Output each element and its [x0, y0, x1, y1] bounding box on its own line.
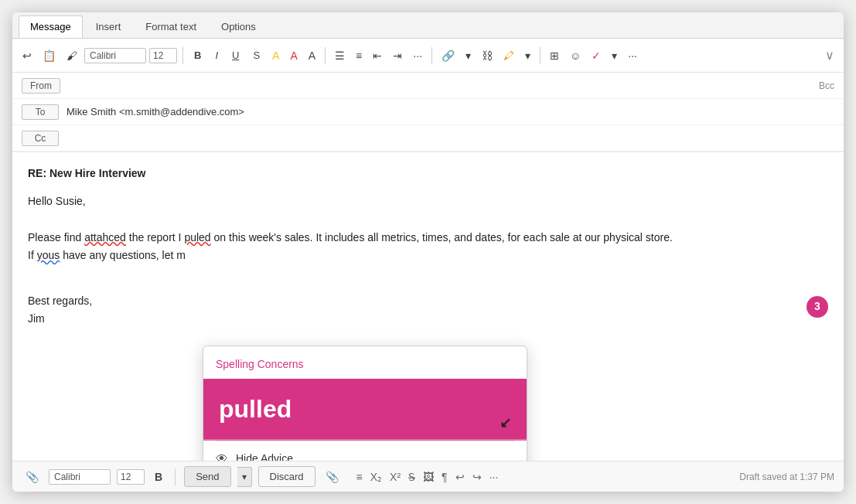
- discard-button[interactable]: Discard: [258, 466, 315, 487]
- underline-button[interactable]: U: [227, 46, 244, 64]
- list-ordered-icon[interactable]: ≡: [352, 47, 366, 64]
- indent-decrease-icon[interactable]: ⇤: [369, 47, 386, 64]
- link-icon[interactable]: 🔗: [438, 47, 459, 64]
- tab-options[interactable]: Options: [210, 15, 268, 38]
- highlight-button[interactable]: A: [268, 47, 283, 64]
- more-bottom-icon[interactable]: ···: [488, 469, 500, 485]
- highlight-color-icon[interactable]: 🖍: [500, 47, 518, 64]
- body-paragraph-2: If yous have any questions, let m: [28, 247, 828, 265]
- indent-increase-icon[interactable]: ⇥: [389, 47, 406, 64]
- tab-bar: Message Insert Format text Options: [12, 12, 844, 39]
- eye-icon: 👁: [216, 449, 228, 461]
- subject-line: RE: New Hire Interview: [28, 165, 828, 182]
- compose-body[interactable]: RE: New Hire Interview Hello Susie, Plea…: [12, 152, 844, 461]
- strikethrough-button[interactable]: S: [247, 46, 265, 64]
- draft-status: Draft saved at 1:37 PM: [739, 472, 834, 482]
- ribbon-expand-icon[interactable]: ∨: [822, 46, 837, 64]
- from-label: From: [22, 78, 60, 94]
- highlight-dropdown-icon[interactable]: ▾: [521, 47, 534, 64]
- from-field: From Bcc: [12, 73, 844, 99]
- show-format-icon[interactable]: ¶: [440, 469, 449, 485]
- format-painter-icon[interactable]: 🖌: [63, 47, 81, 64]
- cursor-icon: ↙: [500, 412, 511, 434]
- to-field: To Mike Smith <m.smith@addendive.com>: [12, 99, 844, 125]
- bottom-format-icons: ≡ X₂ X² S̶ 🖼 ¶ ↩ ↪ ···: [355, 469, 500, 485]
- separator-2: [325, 47, 326, 64]
- more-format-icon[interactable]: ···: [409, 47, 426, 64]
- bottom-font-selector[interactable]: Calibri: [49, 469, 111, 485]
- separator-1: [182, 47, 183, 64]
- spelling-popup: Spelling Concerns pulled ↙ 👁 Hide Advice…: [203, 346, 527, 461]
- unlink-icon[interactable]: ⛓: [478, 47, 496, 64]
- cc-label: Cc: [22, 131, 59, 146]
- tab-insert[interactable]: Insert: [84, 15, 133, 38]
- redo-bottom-icon[interactable]: ↪: [471, 469, 483, 485]
- bcc-label[interactable]: Bcc: [819, 80, 834, 91]
- ribbon-toolbar: ↩ 📋 🖌 Calibri 12 B I U S A A A ☰ ≡ ⇤ ⇥ ·…: [12, 39, 844, 73]
- hide-advice-button[interactable]: 👁 Hide Advice: [203, 441, 527, 461]
- greeting: Hello Susie,: [28, 192, 828, 211]
- spelling-suggestion[interactable]: pulled ↙: [203, 379, 527, 440]
- suggestion-word: pulled: [219, 395, 292, 423]
- bottom-toolbar: 📎 Calibri 12 B Send ▾ Discard 📎 ≡ X₂ X² …: [12, 461, 844, 492]
- email-compose-window: Message Insert Format text Options ↩ 📋 🖌…: [12, 12, 844, 492]
- compose-header: From Bcc To Mike Smith <m.smith@addendiv…: [12, 73, 844, 152]
- attachment-icon[interactable]: 📎: [322, 468, 343, 485]
- spelling-title: Spelling Concerns: [203, 346, 527, 379]
- to-value[interactable]: Mike Smith <m.smith@addendive.com>: [67, 106, 834, 117]
- align-icon[interactable]: ≡: [355, 469, 364, 485]
- signature: Jim: [28, 310, 828, 329]
- tab-message[interactable]: Message: [19, 15, 83, 38]
- font-size-selector[interactable]: 12: [149, 48, 177, 63]
- undo-bottom-icon[interactable]: ↩: [454, 469, 466, 485]
- misspelled-word-attahced: attahced: [84, 231, 126, 243]
- separator-3: [431, 47, 432, 64]
- emoji-icon[interactable]: ☺: [566, 47, 585, 64]
- to-label: To: [22, 104, 59, 120]
- superscript-icon[interactable]: X²: [388, 469, 402, 485]
- body-paragraph-1: Please find attahced the report I puled …: [28, 229, 828, 247]
- tab-format-text[interactable]: Format text: [134, 15, 208, 38]
- cc-field: Cc: [12, 125, 844, 152]
- misspelled-word-yous: yous: [37, 249, 60, 261]
- table-icon[interactable]: ⊞: [546, 47, 563, 64]
- ribbon-more-icon[interactable]: ···: [624, 47, 641, 64]
- bottom-separator: [175, 468, 176, 485]
- spell-check-icon[interactable]: ✓: [588, 47, 605, 64]
- link-dropdown-icon[interactable]: ▾: [462, 47, 475, 64]
- send-dropdown-button[interactable]: ▾: [237, 467, 252, 487]
- closing: Best regards,: [28, 292, 828, 311]
- list-unordered-icon[interactable]: ☰: [331, 47, 349, 64]
- font-color-button[interactable]: A: [286, 47, 301, 64]
- attach-icon[interactable]: 📎: [22, 468, 43, 485]
- bottom-bold-icon[interactable]: B: [151, 468, 166, 485]
- hide-advice-label: Hide Advice: [236, 450, 293, 461]
- format-more-icon[interactable]: A: [305, 47, 319, 64]
- separator-4: [540, 47, 541, 64]
- undo-icon[interactable]: ↩: [19, 47, 36, 64]
- italic-button[interactable]: I: [210, 46, 223, 64]
- insert-pic-icon[interactable]: 🖼: [421, 469, 435, 485]
- send-button[interactable]: Send: [184, 466, 230, 487]
- spelling-error-badge[interactable]: 3: [807, 296, 828, 318]
- font-selector[interactable]: Calibri: [84, 48, 146, 63]
- subscript-icon[interactable]: X₂: [369, 469, 384, 485]
- strikethrough-bottom-icon[interactable]: S̶: [407, 469, 417, 485]
- bold-button[interactable]: B: [189, 46, 206, 64]
- clipboard-icon[interactable]: 📋: [39, 47, 60, 64]
- bottom-size-selector[interactable]: 12: [117, 469, 145, 485]
- misspelled-word-puled: puled: [184, 231, 210, 243]
- spell-dropdown-icon[interactable]: ▾: [608, 47, 621, 64]
